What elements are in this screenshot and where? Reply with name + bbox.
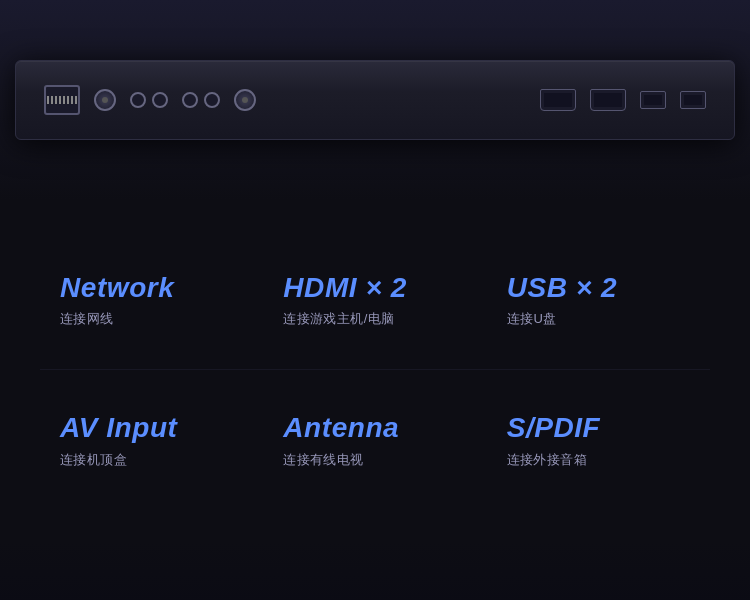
device-panel: [0, 0, 750, 200]
feature-title-antenna: Antenna: [283, 411, 399, 445]
audio-ports: [130, 92, 168, 108]
usb-port-1: [640, 91, 666, 109]
feature-subtitle-hdmi: 连接游戏主机/电脑: [283, 310, 394, 328]
feature-subtitle-usb: 连接U盘: [507, 310, 557, 328]
feature-title-av: AV Input: [60, 411, 178, 445]
feature-title-spdif: S/PDIF: [507, 411, 601, 445]
coax-port: [94, 89, 116, 111]
features-grid: Network 连接网线 HDMI × 2 连接游戏主机/电脑 USB × 2 …: [0, 200, 750, 540]
bottom-fade: [0, 540, 750, 600]
feature-subtitle-antenna: 连接有线电视: [283, 451, 363, 469]
ports-panel: [15, 60, 735, 140]
audio-port-3: [182, 92, 198, 108]
usb-port-2: [680, 91, 706, 109]
feature-av: AV Input 连接机顶盒: [40, 370, 263, 510]
audio-ports-2: [182, 92, 220, 108]
feature-subtitle-network: 连接网线: [60, 310, 114, 328]
feature-title-hdmi: HDMI × 2: [283, 271, 407, 305]
hdmi-port-1: [540, 89, 576, 111]
audio-port-2: [152, 92, 168, 108]
feature-subtitle-spdif: 连接外接音箱: [507, 451, 587, 469]
feature-hdmi: HDMI × 2 连接游戏主机/电脑: [263, 230, 486, 370]
feature-antenna: Antenna 连接有线电视: [263, 370, 486, 510]
ethernet-port: [44, 85, 80, 115]
feature-usb: USB × 2 连接U盘: [487, 230, 710, 370]
audio-port-1: [130, 92, 146, 108]
feature-title-usb: USB × 2: [507, 271, 618, 305]
audio-port-4: [204, 92, 220, 108]
feature-network: Network 连接网线: [40, 230, 263, 370]
feature-spdif: S/PDIF 连接外接音箱: [487, 370, 710, 510]
feature-title-network: Network: [60, 271, 174, 305]
feature-subtitle-av: 连接机顶盒: [60, 451, 127, 469]
hdmi-port-2: [590, 89, 626, 111]
antenna-port: [234, 89, 256, 111]
